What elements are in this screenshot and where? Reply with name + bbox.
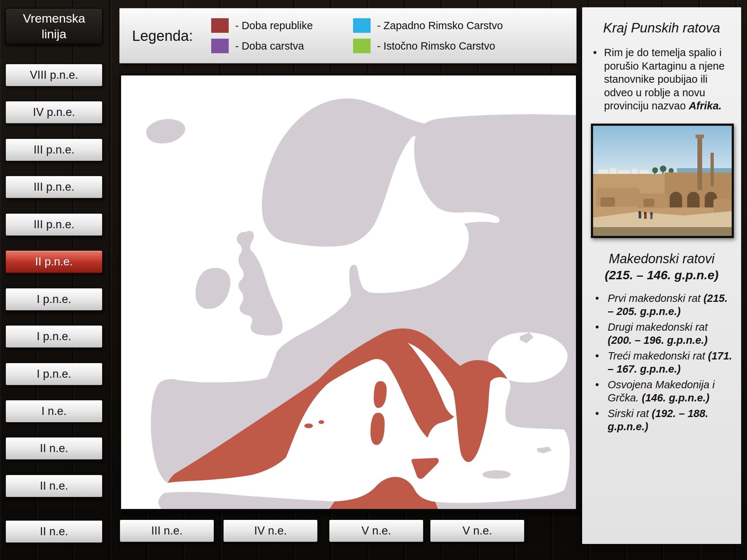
era-button-v-n-e-2[interactable]: V n.e. (329, 519, 424, 542)
timeline-button-ii-n-e-10[interactable]: II n.e. (5, 437, 103, 460)
punic-wars-text: Rim je do temelja spalio i porušio Karta… (591, 46, 732, 113)
slide: Vremenska linija VIII p.n.e.IV p.n.e.III… (0, 0, 747, 560)
bullet-item: Treći makedonski rat (171. – 167. g.p.n.… (591, 349, 732, 376)
bullet-item: Prvi makedonski rat (215. – 205. g.p.n.e… (591, 292, 732, 318)
carthage-ruins-image (593, 126, 732, 236)
foreground-wall (593, 227, 732, 236)
punic-wars-title: Kraj Punskih ratova (591, 20, 732, 36)
legend-item-zapadno-rimsko-carstvo: - Zapadno Rimsko Carstvo (353, 18, 503, 33)
era-button-v-n-e-3[interactable]: V n.e. (430, 519, 525, 542)
legend-label-isto-no-rimsko-carstvo: - Istočno Rimsko Carstvo (377, 40, 495, 52)
legend-swatch-zapadno-rimsko-carstvo (353, 18, 371, 33)
carthage-photo (591, 124, 734, 238)
crete (483, 470, 511, 479)
balearic-island (318, 420, 324, 424)
legend-swatch-doba-republike (211, 18, 229, 33)
legend-col-2: - Zapadno Rimsko Carstvo- Istočno Rimsko… (353, 18, 503, 53)
legend: Legenda: - Doba republike- Doba carstva … (119, 8, 577, 63)
europe-map (121, 75, 576, 509)
legend-label-zapadno-rimsko-carstvo: - Zapadno Rimsko Carstvo (377, 20, 503, 32)
timeline-button-i-n-e-9[interactable]: I n.e. (5, 400, 103, 423)
legend-item-isto-no-rimsko-carstvo: - Istočno Rimsko Carstvo (353, 39, 503, 53)
legend-label-doba-republike: - Doba republike (235, 20, 313, 32)
timeline-button-viii-p-n-e-0[interactable]: VIII p.n.e. (5, 63, 103, 87)
timeline-button-iii-p-n-e-4[interactable]: III p.n.e. (5, 213, 103, 236)
timeline-button-iii-p-n-e-2[interactable]: III p.n.e. (5, 138, 103, 162)
legend-item-doba-carstva: - Doba carstva (211, 39, 313, 53)
timeline-button-ii-p-n-e-5[interactable]: II p.n.e. (5, 250, 103, 273)
macedonian-wars-title: Makedonski ratovi (591, 251, 732, 267)
timeline-button-i-p-n-e-7[interactable]: I p.n.e. (5, 325, 103, 348)
macedonian-wars-dates: (215. – 146. g.p.n.e) (591, 268, 732, 282)
sea-horizon (677, 168, 732, 173)
era-button-iii-n-e-0[interactable]: III n.e. (119, 519, 214, 542)
balearic-island (304, 424, 313, 428)
legend-swatch-doba-carstva (211, 39, 229, 53)
legend-columns: - Doba republike- Doba carstva - Zapadno… (211, 18, 503, 53)
legend-label-doba-carstva: - Doba carstva (235, 40, 304, 52)
bullet-item: Sirski rat (192. – 188. g.p.n.e.) (591, 407, 732, 433)
legend-col-1: - Doba republike- Doba carstva (211, 18, 313, 53)
map-panel (119, 74, 578, 511)
legend-item-doba-republike: - Doba republike (211, 18, 313, 33)
legend-title: Legenda: (132, 28, 193, 44)
bullet-item: Rim je do temelja spalio i porušio Karta… (591, 46, 732, 113)
legend-swatch-isto-no-rimsko-carstvo (353, 39, 371, 53)
timeline-sidebar: Vremenska linija VIII p.n.e.IV p.n.e.III… (5, 8, 103, 544)
timeline-title: Vremenska linija (5, 8, 103, 44)
arches (670, 192, 717, 207)
bullet-item: Drugi makedonski rat (200. – 196. g.p.n.… (591, 320, 732, 347)
bullet-item: Osvojena Makedonija i Grčka. (146. g.p.n… (591, 378, 732, 405)
timeline-button-ii-n-e-11[interactable]: II n.e. (5, 474, 103, 498)
timeline-button-iv-p-n-e-1[interactable]: IV p.n.e. (5, 101, 103, 124)
timeline-button-i-p-n-e-6[interactable]: I p.n.e. (5, 288, 103, 311)
macedonian-wars-list: Prvi makedonski rat (215. – 205. g.p.n.e… (591, 292, 732, 433)
info-panel: Kraj Punskih ratova Rim je do temelja sp… (582, 7, 741, 544)
era-button-iv-n-e-1[interactable]: IV n.e. (223, 519, 318, 542)
timeline-button-iii-p-n-e-3[interactable]: III p.n.e. (5, 175, 103, 199)
timeline-button-i-p-n-e-8[interactable]: I p.n.e. (5, 362, 103, 386)
